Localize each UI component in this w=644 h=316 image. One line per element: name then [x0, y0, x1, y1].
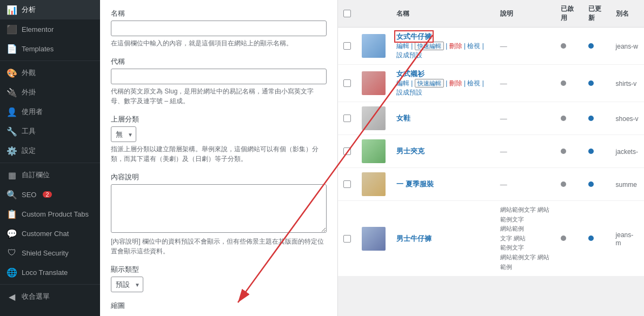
delete-link[interactable]: 刪除 — [449, 79, 462, 87]
row-slug: shirts-v — [610, 65, 644, 102]
sidebar-item-label: Elementor — [22, 25, 54, 33]
sidebar-item-users[interactable]: 👤 使用者 — [0, 102, 100, 122]
enabled-dot — [561, 236, 566, 241]
sidebar-item-label: SEO — [22, 191, 36, 199]
sidebar-item-shield-security[interactable]: 🛡 Shield Security — [0, 243, 100, 263]
row-checkbox-4[interactable] — [343, 147, 351, 155]
row-name: 男士牛仔褲 — [391, 201, 495, 277]
form-group-desc: 內容說明 [內容說明] 欄位中的資料預設不會顯示，但有些佈景主題在其版面的特定位… — [111, 172, 327, 256]
row-checkbox-2[interactable] — [343, 79, 351, 87]
row-updated — [583, 65, 610, 102]
delete-link[interactable]: 刪除 — [449, 42, 462, 50]
sidebar-item-analytics[interactable]: 📊 分析 — [0, 0, 100, 19]
seo-icon: 🔍 — [6, 189, 17, 200]
sidebar-item-custom-fields[interactable]: ▦ 自訂欄位 — [0, 165, 100, 185]
quick-edit-button[interactable]: 快速編輯 — [415, 79, 444, 88]
row-enabled — [555, 102, 583, 135]
products-table: 名稱 說明 已啟用 已更新 別名 — [338, 0, 644, 277]
form-group-parent: 上層分類 無 ▼ 指派上層分類以建立階層架構。舉例來說，這個網站可以有個（影集）… — [111, 115, 327, 164]
appearance-icon: 🎨 — [6, 68, 17, 78]
sidebar-item-settings[interactable]: ⚙️ 設定 — [0, 141, 100, 160]
collapse-icon: ◀ — [6, 291, 17, 302]
row-checkbox-3[interactable] — [343, 115, 351, 122]
product-name-link[interactable]: 一 夏季服裝 — [396, 180, 434, 188]
sidebar-item-elementor[interactable]: ⬛ Elementor — [0, 19, 100, 39]
sidebar-item-label: Loco Translate — [22, 268, 68, 277]
slug-input[interactable] — [111, 69, 327, 84]
updated-dot — [588, 181, 594, 187]
row-checkbox-5[interactable] — [343, 180, 351, 188]
row-checkbox-6[interactable] — [343, 235, 351, 243]
view-link[interactable]: 檢視 — [467, 42, 480, 50]
table-row: 女式襯衫 編輯 | 快速編輯 | 刪除 | 檢視 | 設成預設 — — [338, 65, 644, 102]
row-image — [356, 102, 391, 135]
name-input[interactable] — [111, 21, 327, 36]
sidebar-item-customer-chat[interactable]: 💬 Customer Chat — [0, 224, 100, 243]
enabled-dot — [561, 80, 566, 86]
sidebar-item-loco-translate[interactable]: 🌐 Loco Translate — [0, 263, 100, 282]
table-row: 男士牛仔褲 網站範例文字 網站範例文字網站範例文字 網站範例文字網站範例文字 網… — [338, 201, 644, 277]
enabled-dot — [561, 43, 566, 49]
col-desc: 說明 — [495, 0, 555, 28]
thumbnail-label: 縮圖 — [111, 301, 327, 311]
sidebar-item-collapse[interactable]: ◀ 收合選單 — [0, 287, 100, 306]
analytics-icon: 📊 — [6, 4, 17, 15]
sidebar-item-label: Templates — [22, 45, 54, 53]
table-row: 一 夏季服裝 — summe — [338, 168, 644, 201]
sidebar-item-label: 設定 — [22, 146, 36, 156]
name-desc: 在這個欄位中輸入的內容，就是這個項目在網站上的顯示名稱。 — [111, 38, 327, 48]
set-default-link[interactable]: 設成預設 — [396, 51, 422, 59]
enabled-dot — [561, 116, 566, 121]
row-checkbox-1[interactable] — [343, 42, 351, 50]
row-desc: — — [495, 65, 555, 102]
sidebar-item-templates[interactable]: 📄 Templates — [0, 39, 100, 58]
sidebar-item-tools[interactable]: 🔧 工具 — [0, 122, 100, 141]
row-slug: jeans-w — [610, 28, 644, 65]
product-name-link[interactable]: 男士牛仔褲 — [396, 234, 431, 243]
select-all-checkbox[interactable] — [343, 10, 351, 17]
sidebar-item-seo[interactable]: 🔍 SEO 2 — [0, 185, 100, 204]
col-updated: 已更新 — [583, 0, 610, 28]
row-slug: jeans-m — [610, 201, 644, 277]
slug-label: 代稱 — [111, 57, 327, 66]
quick-edit-button[interactable]: 快速編輯 — [415, 42, 444, 50]
row-image — [356, 135, 391, 168]
sidebar-item-custom-product-tabs[interactable]: 📋 Custom Product Tabs — [0, 204, 100, 224]
display-select[interactable]: 預設 — [111, 277, 143, 292]
sidebar-item-label: Custom Product Tabs — [22, 210, 89, 218]
shield-security-icon: 🛡 — [6, 247, 17, 258]
row-desc: 網站範例文字 網站範例文字網站範例文字 網站範例文字網站範例文字 網站範例 — [495, 201, 555, 277]
row-desc: — — [495, 168, 555, 201]
product-thumbnail — [362, 71, 386, 95]
product-thumbnail — [362, 172, 386, 196]
col-image — [356, 0, 391, 28]
table-row: 女式牛仔褲 編輯 | 快速編輯 | 刪除 | 檢視 | 設成預設 — — [338, 28, 644, 65]
product-name-link[interactable]: 女式牛仔褲 — [396, 32, 431, 41]
set-default-link[interactable]: 設成預設 — [396, 89, 422, 96]
product-name-link[interactable]: 女鞋 — [396, 114, 410, 122]
sidebar-item-label: 使用者 — [22, 107, 43, 117]
sidebar-item-label: Shield Security — [22, 249, 69, 257]
sidebar-item-plugins[interactable]: 🔌 外掛 — [0, 83, 100, 102]
display-label: 顯示類型 — [111, 265, 327, 274]
templates-icon: 📄 — [6, 43, 17, 54]
row-enabled — [555, 168, 583, 201]
view-link[interactable]: 檢視 — [467, 79, 480, 87]
edit-link[interactable]: 編輯 — [396, 42, 409, 50]
product-name-link[interactable]: 男士夾克 — [396, 147, 424, 155]
row-enabled — [555, 201, 583, 277]
edit-link[interactable]: 編輯 — [396, 79, 409, 87]
row-image — [356, 28, 391, 65]
desc-textarea[interactable] — [111, 184, 327, 233]
form-group-display: 顯示類型 預設 ▼ — [111, 265, 327, 292]
row-slug: jackets- — [610, 135, 644, 168]
col-enabled: 已啟用 — [555, 0, 583, 28]
sidebar-item-label: 收合選單 — [22, 292, 50, 301]
sidebar-item-appearance[interactable]: 🎨 外觀 — [0, 63, 100, 83]
product-thumbnail — [362, 106, 386, 130]
product-name-link[interactable]: 女式襯衫 — [396, 70, 424, 78]
loco-translate-icon: 🌐 — [6, 267, 17, 278]
row-enabled — [555, 28, 583, 65]
row-slug: summe — [610, 168, 644, 201]
parent-select[interactable]: 無 — [111, 126, 136, 142]
